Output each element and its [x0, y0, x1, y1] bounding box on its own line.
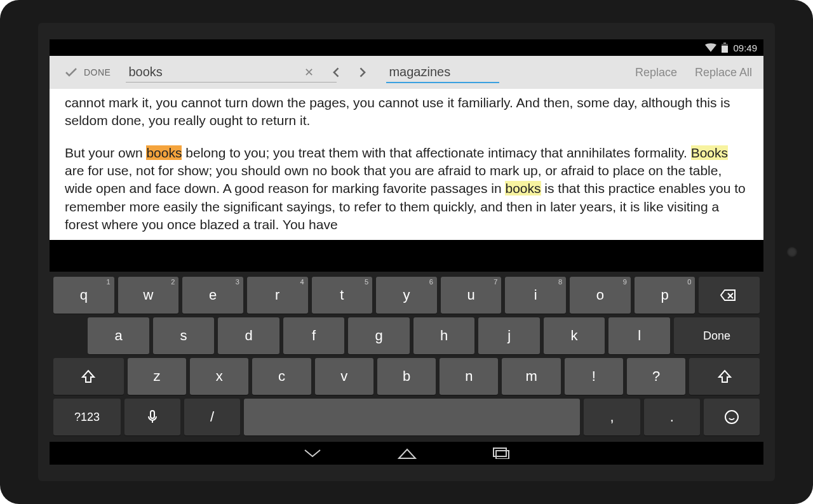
key-period[interactable]: . [644, 399, 700, 435]
svg-rect-2 [723, 43, 726, 44]
key-w[interactable]: w2 [118, 277, 179, 314]
key-u[interactable]: u7 [441, 277, 502, 314]
system-navbar [50, 442, 763, 465]
key-y[interactable]: y6 [376, 277, 437, 314]
tablet-bezel: 09:49 DONE ✕ [38, 23, 775, 481]
key-o[interactable]: o9 [570, 277, 631, 314]
key-comma[interactable]: , [584, 399, 640, 435]
key-?[interactable]: ? [627, 358, 685, 395]
done-button[interactable]: DONE [52, 56, 122, 89]
key-![interactable]: ! [565, 358, 623, 395]
replace-button[interactable]: Replace [626, 66, 686, 79]
find-replace-toolbar: DONE ✕ Replace [50, 56, 763, 89]
front-camera [786, 246, 798, 258]
replace-input[interactable] [386, 62, 499, 83]
key-j[interactable]: j [478, 317, 540, 354]
back-icon[interactable] [304, 448, 321, 459]
search-hit: books [505, 181, 541, 196]
shift-key-right[interactable] [689, 358, 760, 395]
battery-icon [722, 43, 728, 53]
key-q[interactable]: q1 [53, 277, 114, 314]
status-time: 09:49 [733, 43, 757, 53]
home-icon[interactable] [398, 447, 417, 460]
chevron-right-icon [356, 66, 368, 79]
replace-all-button[interactable]: Replace All [686, 66, 761, 79]
key-s[interactable]: s [153, 317, 215, 354]
voice-input-key[interactable] [124, 399, 180, 435]
search-hit-current: books [146, 145, 182, 160]
key-l[interactable]: l [608, 317, 670, 354]
key-slash[interactable]: / [184, 399, 240, 435]
key-m[interactable]: m [502, 358, 560, 395]
symbols-key[interactable]: ?123 [53, 399, 121, 435]
soft-keyboard: q1w2e3r4t5y6u7i8o9p0 asdfghjklDone zxcvb… [50, 272, 763, 442]
key-x[interactable]: x [190, 358, 248, 395]
key-i[interactable]: i8 [505, 277, 566, 314]
search-hit: Books [691, 145, 728, 160]
key-z[interactable]: z [128, 358, 186, 395]
key-e[interactable]: e3 [182, 277, 243, 314]
key-p[interactable]: p0 [635, 277, 695, 314]
spacebar-key[interactable] [244, 399, 580, 435]
key-n[interactable]: n [440, 358, 498, 395]
screen: 09:49 DONE ✕ [50, 39, 763, 465]
svg-rect-1 [722, 46, 728, 53]
done-label: DONE [84, 67, 111, 77]
key-r[interactable]: r4 [247, 277, 308, 314]
backspace-key[interactable] [699, 277, 760, 314]
search-field-wrap: ✕ [126, 62, 316, 83]
paragraph: cannot mark it, you cannot turn down the… [65, 94, 748, 130]
key-g[interactable]: g [348, 317, 410, 354]
status-bar: 09:49 [50, 39, 763, 56]
key-a[interactable]: a [88, 317, 149, 354]
clear-search-icon[interactable]: ✕ [304, 65, 314, 79]
shift-key-left[interactable] [53, 358, 124, 395]
key-c[interactable]: c [252, 358, 311, 395]
check-icon [64, 65, 79, 80]
done-key[interactable]: Done [674, 317, 760, 354]
key-k[interactable]: k [544, 317, 605, 354]
key-h[interactable]: h [413, 317, 475, 354]
paragraph: But your own books belong to you; you tr… [65, 144, 748, 234]
key-v[interactable]: v [315, 358, 373, 395]
key-d[interactable]: d [218, 317, 279, 354]
tablet-frame: 09:49 DONE ✕ [0, 0, 813, 504]
find-next-button[interactable] [349, 60, 375, 85]
key-b[interactable]: b [377, 358, 436, 395]
replace-field-wrap [386, 62, 494, 83]
document-content[interactable]: cannot mark it, you cannot turn down the… [50, 89, 763, 240]
recent-apps-icon[interactable] [493, 448, 509, 459]
wifi-icon [705, 43, 716, 52]
emoji-key[interactable] [704, 399, 760, 435]
key-f[interactable]: f [283, 317, 345, 354]
key-t[interactable]: t5 [312, 277, 373, 314]
